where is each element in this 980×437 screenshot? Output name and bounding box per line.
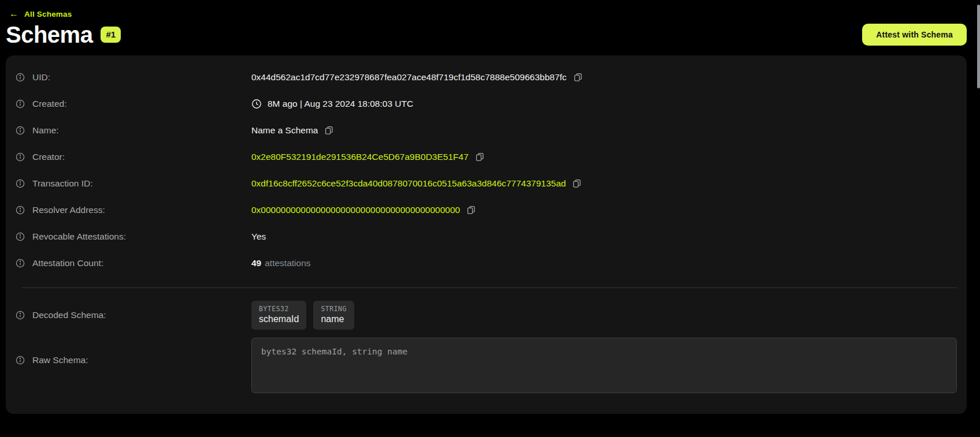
revocable-attestations-label: Revocable Attestations: bbox=[32, 231, 126, 242]
copy-icon[interactable] bbox=[573, 179, 581, 188]
resolver-address-link[interactable]: 0x00000000000000000000000000000000000000… bbox=[251, 205, 460, 215]
field-type: BYTES32 bbox=[259, 305, 299, 313]
resolver-address-label: Resolver Address: bbox=[32, 205, 105, 215]
copy-icon[interactable] bbox=[325, 126, 333, 135]
revocable-attestations-row: Revocable Attestations: Yes bbox=[16, 229, 957, 245]
copy-icon[interactable] bbox=[467, 206, 476, 215]
page-title: Schema bbox=[6, 22, 92, 47]
back-to-all-schemas-link[interactable]: ← All Schemas bbox=[9, 9, 967, 18]
field-name: name bbox=[321, 314, 347, 324]
name-label: Name: bbox=[32, 125, 59, 136]
attest-with-schema-button[interactable]: Attest with Schema bbox=[862, 24, 967, 46]
schema-field-string-name: STRING name bbox=[313, 301, 354, 330]
clock-icon bbox=[251, 99, 262, 109]
copy-icon[interactable] bbox=[476, 152, 484, 162]
attestation-count-row: Attestation Count: 49 attestations bbox=[16, 255, 957, 271]
info-icon[interactable] bbox=[16, 179, 25, 188]
schema-field-bytes32-schemaid: BYTES32 schemaId bbox=[251, 301, 306, 330]
transaction-id-link[interactable]: 0xdf16c8cff2652c6ce52f3cda40d0878070016c… bbox=[251, 178, 566, 189]
info-icon[interactable] bbox=[16, 259, 25, 268]
schema-page: ← All Schemas Schema #1 Attest with Sche… bbox=[0, 0, 980, 414]
attestation-count-value: 49 bbox=[251, 258, 261, 268]
attestation-count-label: Attestation Count: bbox=[32, 258, 103, 268]
raw-schema-row: Raw Schema: bytes32 schemaId, string nam… bbox=[16, 338, 957, 393]
info-icon[interactable] bbox=[16, 356, 25, 365]
info-icon[interactable] bbox=[16, 206, 25, 215]
info-icon[interactable] bbox=[16, 126, 25, 135]
field-type: STRING bbox=[321, 305, 347, 313]
back-link-label: All Schemas bbox=[24, 10, 72, 18]
attestations-link[interactable]: attestations bbox=[265, 258, 310, 268]
created-label: Created: bbox=[32, 99, 66, 109]
name-value: Name a Schema bbox=[251, 125, 318, 136]
transaction-id-label: Transaction ID: bbox=[32, 178, 93, 189]
info-icon[interactable] bbox=[16, 232, 25, 241]
field-name: schemaId bbox=[259, 314, 299, 324]
vertical-scrollbar[interactable] bbox=[977, 5, 980, 88]
decoded-schema-row: Decoded Schema: BYTES32 schemaId STRING … bbox=[16, 301, 957, 330]
schema-field-badges: BYTES32 schemaId STRING name bbox=[251, 301, 354, 330]
info-icon[interactable] bbox=[16, 99, 25, 109]
transaction-id-row: Transaction ID: 0xdf16c8cff2652c6ce52f3c… bbox=[16, 175, 957, 192]
created-value: 8M ago | Aug 23 2024 18:08:03 UTC bbox=[268, 99, 413, 109]
arrow-left-icon: ← bbox=[9, 9, 18, 18]
copy-icon[interactable] bbox=[574, 73, 582, 82]
info-icon[interactable] bbox=[16, 311, 25, 320]
info-icon[interactable] bbox=[16, 73, 25, 82]
revocable-value: Yes bbox=[251, 231, 266, 242]
creator-address-link[interactable]: 0x2e80F532191de291536B24Ce5D67a9B0D3E51F… bbox=[251, 152, 469, 162]
uid-value: 0x44d562ac1d7cd77e232978687fea027ace48f7… bbox=[251, 72, 567, 83]
resolver-address-row: Resolver Address: 0x00000000000000000000… bbox=[16, 202, 957, 218]
decoded-schema-label: Decoded Schema: bbox=[32, 310, 106, 320]
raw-schema-textarea[interactable]: bytes32 schemaId, string name bbox=[251, 338, 957, 393]
schema-details-panel: UID: 0x44d562ac1d7cd77e232978687fea027ac… bbox=[6, 55, 967, 414]
created-row: Created: 8M ago | Aug 23 2024 18:08:03 U… bbox=[16, 96, 957, 112]
uid-label: UID: bbox=[32, 72, 50, 83]
name-row: Name: Name a Schema bbox=[16, 122, 957, 139]
creator-label: Creator: bbox=[32, 152, 65, 162]
title-row: Schema #1 Attest with Schema bbox=[6, 22, 967, 47]
schema-number-badge: #1 bbox=[101, 27, 121, 43]
info-icon[interactable] bbox=[16, 152, 25, 162]
creator-row: Creator: 0x2e80F532191de291536B24Ce5D67a… bbox=[16, 149, 957, 165]
section-divider bbox=[21, 287, 957, 288]
uid-row: UID: 0x44d562ac1d7cd77e232978687fea027ac… bbox=[16, 69, 957, 85]
raw-schema-label: Raw Schema: bbox=[32, 355, 88, 365]
